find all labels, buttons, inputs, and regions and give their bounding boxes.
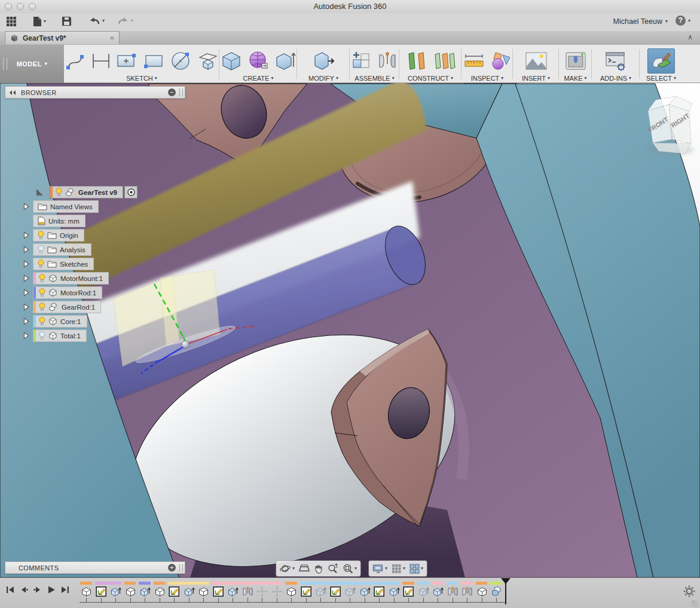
undo-dropdown-caret[interactable]: ▾ xyxy=(102,19,105,23)
grid-layout-icon[interactable]: ▾ xyxy=(392,564,405,574)
timeline-item-sketch[interactable] xyxy=(402,578,417,608)
timeline-item-cube[interactable] xyxy=(475,578,490,608)
rectangle-2point-icon[interactable] xyxy=(115,49,139,73)
select-menu[interactable]: SELECT▾ xyxy=(646,75,676,82)
extrude-feature-icon[interactable] xyxy=(359,585,371,598)
visibility-bulb-icon[interactable] xyxy=(39,274,45,283)
spline-icon[interactable] xyxy=(64,49,87,73)
timeline-item-move[interactable] xyxy=(270,578,285,608)
comments-resize-grip[interactable] xyxy=(179,564,183,572)
browser-row-gearrod-1[interactable]: GearRod:1 xyxy=(23,301,101,313)
browser-row-analysis[interactable]: Analysis xyxy=(23,243,91,256)
browser-row-origin[interactable]: Origin xyxy=(23,229,84,242)
combine-feature-icon[interactable] xyxy=(490,585,503,598)
viewports-icon[interactable]: ▾ xyxy=(409,564,423,574)
visibility-bulb-icon[interactable] xyxy=(56,188,62,197)
timeline-item-joint[interactable] xyxy=(460,578,475,608)
timeline-item-extrude[interactable] xyxy=(226,578,241,608)
file-dropdown-caret[interactable]: ▾ xyxy=(44,19,46,24)
collapse-toolbar-icon[interactable]: ∧ xyxy=(687,33,693,41)
redo-icon[interactable]: ▾ xyxy=(117,16,133,25)
visibility-bulb-icon[interactable] xyxy=(39,317,45,326)
file-icon[interactable]: ▾ xyxy=(33,16,46,27)
move-feature-icon[interactable] xyxy=(256,585,268,598)
timeline-settings-gear-icon[interactable] xyxy=(683,585,695,600)
extrude-feature-icon[interactable] xyxy=(432,585,444,598)
new-component-icon[interactable] xyxy=(351,49,374,73)
timeline-item-move[interactable] xyxy=(255,578,270,608)
user-menu[interactable]: Michael Teeuw ▾ xyxy=(613,17,668,26)
tab-close-icon[interactable]: × xyxy=(109,33,114,42)
extrude-feature-icon[interactable] xyxy=(388,585,401,598)
rectangle-icon[interactable] xyxy=(142,49,166,73)
app-grid-icon[interactable] xyxy=(6,16,17,27)
sketch-feature-icon[interactable] xyxy=(168,585,181,598)
insert-image-icon[interactable] xyxy=(524,49,549,73)
expand-arrow-icon[interactable] xyxy=(23,289,30,297)
step-back-button[interactable] xyxy=(20,586,28,594)
undo-icon[interactable]: ▾ xyxy=(88,16,105,25)
joint-feature-icon[interactable] xyxy=(242,585,254,598)
timeline-item-cube[interactable] xyxy=(80,578,94,608)
browser-resize-grip[interactable] xyxy=(179,88,183,96)
create-menu[interactable]: CREATE▾ xyxy=(243,75,274,82)
timeline-marker-line[interactable] xyxy=(505,583,506,604)
go-to-end-button[interactable] xyxy=(61,586,69,594)
timeline-item-extrude[interactable] xyxy=(358,578,373,608)
timeline-item-cube[interactable] xyxy=(197,578,212,608)
midplane-icon[interactable] xyxy=(432,49,457,73)
expand-arrow-icon[interactable] xyxy=(23,246,30,253)
expand-arrow-icon[interactable] xyxy=(23,274,30,282)
expand-arrow-icon[interactable] xyxy=(36,188,44,196)
expand-arrow-icon[interactable] xyxy=(23,303,30,311)
offset-plane-icon[interactable] xyxy=(404,49,429,73)
sketch-feature-icon[interactable] xyxy=(373,585,386,598)
browser-row-motorrod-1[interactable]: MotorRod:1 xyxy=(23,286,102,299)
timeline-item-joint[interactable] xyxy=(241,578,256,608)
orbit-icon[interactable]: ▾ xyxy=(280,563,295,574)
help-menu[interactable]: ? ▾ xyxy=(675,16,690,26)
redo-dropdown-caret[interactable]: ▾ xyxy=(131,19,133,23)
extrude-feature-icon[interactable] xyxy=(183,585,195,598)
expand-arrow-icon[interactable] xyxy=(23,260,30,268)
expand-arrow-icon[interactable] xyxy=(23,317,30,325)
cube-feature-icon[interactable] xyxy=(80,585,93,598)
visibility-bulb-icon[interactable] xyxy=(38,259,44,268)
visibility-bulb-icon[interactable] xyxy=(39,288,45,297)
browser-row-total-1[interactable]: Total:1 xyxy=(23,329,87,342)
play-button[interactable] xyxy=(47,586,56,594)
view-cube[interactable]: FRONT RIGHT xyxy=(646,96,694,155)
timeline-item-extrude-light[interactable] xyxy=(417,578,432,608)
comments-panel-header[interactable]: COMMENTS + xyxy=(5,561,185,574)
zoom-icon[interactable] xyxy=(328,563,338,574)
assemble-menu[interactable]: ASSEMBLE▾ xyxy=(354,75,394,82)
visibility-bulb-icon[interactable] xyxy=(38,245,44,254)
inspect-menu[interactable]: INSPECT▾ xyxy=(471,75,504,82)
browser-row-motormount-1[interactable]: MotorMount:1 xyxy=(23,272,109,285)
cube-feature-icon[interactable] xyxy=(285,585,298,598)
expand-arrow-icon[interactable] xyxy=(23,332,30,340)
timeline-item-extrude[interactable] xyxy=(431,578,446,608)
sketch-dimension-icon[interactable] xyxy=(90,49,112,73)
timeline-item-cube[interactable] xyxy=(285,578,299,608)
go-to-start-button[interactable] xyxy=(6,586,14,594)
browser-row-units-mm[interactable]: Units: mm xyxy=(23,215,85,227)
timeline-item-extrude[interactable] xyxy=(109,578,124,608)
look-at-icon[interactable] xyxy=(299,564,310,573)
browser-panel-header[interactable]: BROWSER − xyxy=(5,86,185,99)
joint-feature-icon[interactable] xyxy=(461,585,473,598)
comments-add-icon[interactable]: + xyxy=(168,564,176,572)
timeline-item-sketch[interactable] xyxy=(212,578,227,608)
sketch-menu[interactable]: SKETCH▾ xyxy=(126,75,157,82)
expand-arrow-icon[interactable] xyxy=(23,203,30,210)
joint-feature-icon[interactable] xyxy=(447,585,459,598)
timeline-item-cube[interactable] xyxy=(153,578,168,608)
timeline-item-joint[interactable] xyxy=(446,578,461,608)
viewport-canvas[interactable]: FRONT RIGHT BROWSER − GearTest v9Named V… xyxy=(0,83,700,578)
timeline-item-sketch[interactable] xyxy=(94,578,109,608)
timeline-item-sketch[interactable] xyxy=(167,578,182,608)
pan-icon[interactable] xyxy=(314,564,323,574)
create-form-icon[interactable] xyxy=(246,49,270,73)
fit-icon[interactable]: ▾ xyxy=(343,563,357,574)
timeline-item-extrude-light[interactable] xyxy=(314,578,329,608)
